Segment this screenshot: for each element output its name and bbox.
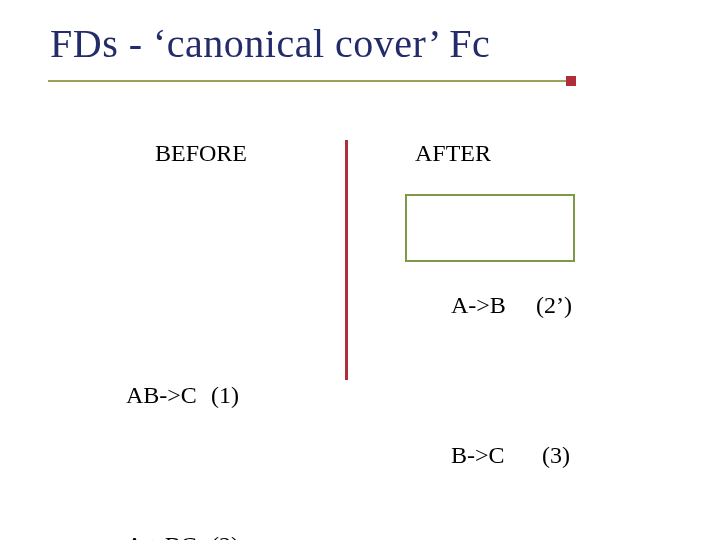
before-list: AB->C(1) A->BC(2) B->C(3) A->B(4) <box>90 140 239 540</box>
blank-line <box>126 232 132 258</box>
fd-label: (2’) <box>536 290 572 320</box>
title-underline <box>48 80 568 82</box>
list-item: A->B(2’) <box>415 260 572 350</box>
fd-expr: AB->C <box>126 380 211 410</box>
list-item: AB->C(1) <box>90 350 239 440</box>
fd-expr: B->C <box>451 440 536 470</box>
vertical-divider <box>345 140 348 380</box>
fd-label: (3) <box>536 440 570 470</box>
fd-expr: A->BC <box>126 530 211 540</box>
slide-title: FDs - ‘canonical cover’ Fc <box>50 21 490 66</box>
after-heading: AFTER <box>415 140 491 167</box>
slide: FDs - ‘canonical cover’ Fc BEFORE AB->C(… <box>0 0 720 540</box>
fd-expr: A->B <box>451 290 536 320</box>
list-item <box>90 200 239 290</box>
list-item: A->BC(2) <box>90 500 239 540</box>
after-list: A->B(2’) B->C (3) <box>415 200 572 540</box>
title-underline-accent <box>566 76 576 86</box>
fd-label: (2) <box>211 530 239 540</box>
list-item: B->C (3) <box>415 410 572 500</box>
fd-label: (1) <box>211 380 239 410</box>
title-row: FDs - ‘canonical cover’ Fc <box>50 20 670 67</box>
